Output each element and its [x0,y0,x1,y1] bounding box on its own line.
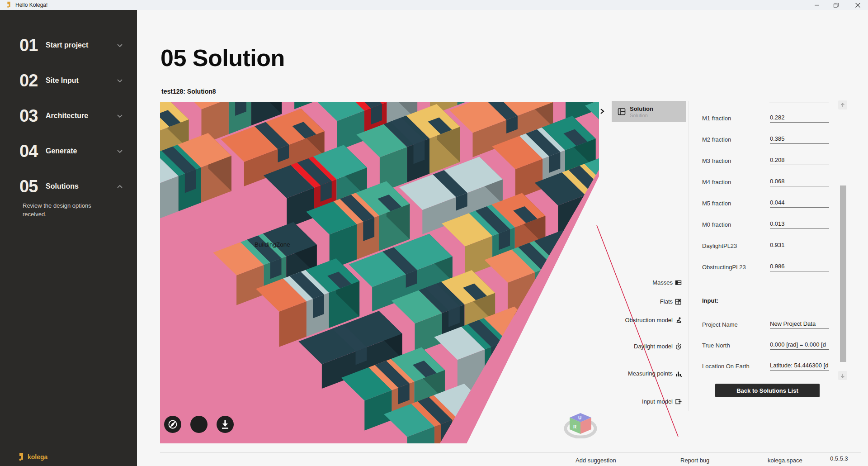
panel-scrollbar[interactable] [840,185,846,362]
step-number: 01 [19,36,43,55]
input-model-icon [675,398,682,405]
param-row: Project Name [702,314,829,335]
step-label: Solutions [46,182,79,190]
step-number: 04 [19,142,43,161]
version-label: 0.5.5.3 [830,455,848,462]
m1-fraction-field[interactable] [770,114,829,123]
viewport-3d[interactable] [160,102,687,443]
sidebar-item-solutions[interactable]: 05 Solutions [0,176,137,197]
view-cube[interactable]: U R [563,409,599,438]
chevron-right-icon [600,108,604,114]
app-icon [6,1,11,8]
obstruction-icon [675,317,682,323]
m0-fraction-field[interactable] [770,220,829,229]
nav-masses[interactable]: Masses [600,278,682,287]
m2-fraction-field[interactable] [770,135,829,144]
param-row: True North [702,335,829,356]
arrow-up-icon [840,103,845,108]
building-zone-label: BuildingZone [255,241,290,248]
step-label: Generate [46,147,77,155]
report-bug-link[interactable]: Report bug [680,457,709,464]
param-row: ObstructingPL23 [702,257,829,278]
scroll-up-button[interactable] [838,100,847,109]
tab-subtitle: Solution [630,113,653,118]
daylight-icon [675,343,682,350]
kolega-logo-text: kolega [28,453,47,461]
cube-top-letter: U [578,415,581,420]
window-title: Hello Kolega! [15,2,47,8]
flats-icon [675,298,682,305]
panel-collapse-button[interactable] [600,108,604,116]
arrow-down-icon [840,373,845,378]
param-row: Location On Earth [702,356,829,376]
add-suggestion-link[interactable]: Add suggestion [576,457,616,464]
download-icon [217,416,234,433]
nav-flats[interactable]: Flats [600,297,682,306]
download-button[interactable] [217,416,234,433]
sidebar-item-generate[interactable]: 04 Generate [0,140,137,162]
solution-subtitle: test128: Solution8 [161,88,216,95]
m3-fraction-field[interactable] [770,157,829,165]
tab-title: Solution [630,105,653,112]
nav-obstruction-model[interactable]: Obstruction model [600,316,682,325]
step-label: Start project [46,41,88,49]
step-label: Site Input [46,76,79,85]
sidebar-item-start-project[interactable]: 01 Start project [0,34,137,56]
chevron-up-icon [117,185,123,188]
scroll-down-button[interactable] [838,371,847,380]
param-row: M0 fraction [702,214,829,235]
step-number: 02 [19,71,43,90]
param-row: M5 fraction [702,193,829,214]
step-number: 05 [19,177,43,196]
sidebar-item-architecture[interactable]: 03 Architecture [0,105,137,127]
kolega-logo-icon [18,452,24,461]
scrolled-field-line [769,103,829,103]
nav-daylight-model[interactable]: Daylight model [600,342,682,351]
sidebar-item-site-input[interactable]: 02 Site Input [0,70,137,91]
nav-input-model[interactable]: Input model [600,397,682,406]
param-row: M4 fraction [702,171,829,193]
minimize-button[interactable] [809,0,825,10]
daylightpl23-field[interactable] [770,242,829,250]
tab-solution[interactable]: Solution Solution [612,101,686,122]
chevron-down-icon [117,79,123,82]
obstructingpl23-field[interactable] [770,263,829,271]
chevron-down-icon [117,44,123,47]
chevron-down-icon [117,114,123,118]
app-window: Hello Kolega! 01 Start project 02 Site I… [0,0,868,466]
param-row: M3 fraction [702,150,829,171]
cube-front-letter: R [573,424,577,429]
page-title: 05 Solution [160,44,285,71]
param-row: DaylightPL23 [702,235,829,257]
footer-divider [160,452,861,453]
kolega-space-link[interactable]: kolega.space [768,457,802,464]
sidebar: 01 Start project 02 Site Input 03 Archit… [0,10,137,466]
restore-icon [833,2,839,8]
nav-measuring-points[interactable]: Measuring points [600,369,682,378]
step-description: Review the design options received. [23,202,102,219]
compass-button[interactable] [164,416,181,433]
m4-fraction-field[interactable] [770,178,829,186]
panel-divider [689,101,689,411]
m5-fraction-field[interactable] [770,199,829,208]
close-button[interactable] [850,0,865,10]
orbit-button[interactable] [190,416,208,433]
param-row: M1 fraction [702,108,829,129]
input-section-heading: Input: [702,297,718,304]
true-north-field[interactable] [770,341,829,350]
layout-icon [618,108,626,116]
kolega-logo: kolega [18,452,47,461]
project-name-field[interactable] [770,320,829,329]
step-label: Architecture [46,112,88,120]
step-number: 03 [19,106,43,126]
minimize-icon [814,2,820,8]
chevron-down-icon [117,150,123,153]
location-on-earth-field[interactable] [770,362,829,371]
window-titlebar: Hello Kolega! [0,0,868,10]
back-to-solutions-button[interactable]: Back to Solutions List [715,384,820,397]
param-row: M2 fraction [702,129,829,150]
restore-button[interactable] [828,0,844,10]
close-icon [855,2,861,8]
compass-icon [164,416,181,433]
masses-icon [675,279,682,286]
